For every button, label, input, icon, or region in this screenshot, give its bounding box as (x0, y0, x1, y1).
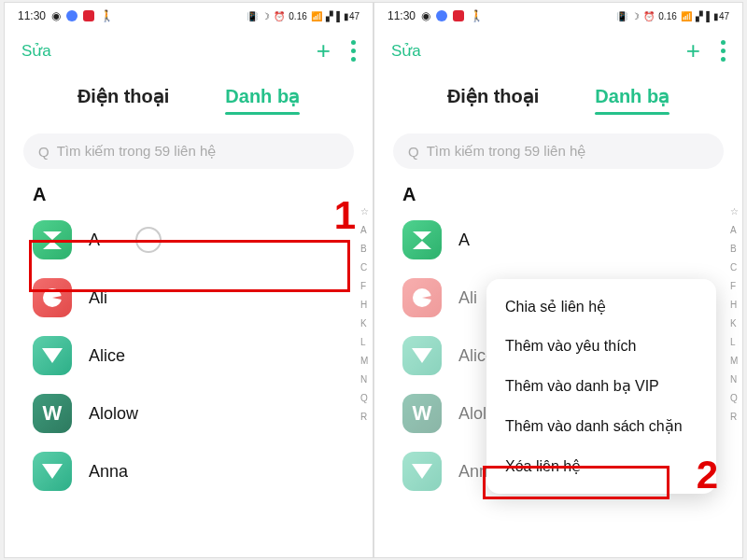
wifi-icon: 📶 (311, 11, 322, 21)
menu-item-delete[interactable]: Xóa liên hệ (486, 446, 716, 486)
index-letter[interactable]: N (730, 374, 739, 385)
alpha-index[interactable]: ☆ A B C F H K L M N Q R (360, 206, 369, 422)
contact-row[interactable]: Anna (5, 442, 373, 500)
index-letter[interactable]: C (730, 262, 739, 273)
tab-bar: Điện thoại Danh bạ (5, 68, 373, 120)
index-letter[interactable]: C (360, 262, 369, 273)
header: Sửa + (374, 29, 742, 68)
contact-avatar (33, 452, 72, 491)
accessibility-icon: 🚶 (100, 9, 114, 22)
status-app-icon: ◉ (421, 9, 430, 22)
status-time: 11:30 (18, 9, 46, 22)
more-menu-button[interactable] (351, 40, 356, 62)
context-menu: Chia sẻ liên hệ Thêm vào yêu thích Thêm … (486, 279, 716, 494)
index-letter[interactable]: K (730, 318, 739, 329)
menu-item-favorite[interactable]: Thêm vào yêu thích (486, 327, 716, 366)
tab-phone[interactable]: Điện thoại (447, 85, 539, 113)
search-icon: Q (408, 144, 419, 160)
index-letter[interactable]: L (360, 337, 369, 347)
net-speed: 0.16 (289, 11, 306, 21)
status-app-icon (66, 10, 78, 21)
vibrate-icon: 📳 (616, 11, 627, 21)
index-letter[interactable]: H (360, 300, 369, 310)
status-bar: 11:30 ◉ 🚶 📳 ☽ ⏰ 0.16 📶 ▞▐ ▮47 (5, 3, 373, 29)
contact-name: Anna (89, 462, 128, 482)
contact-name: A (89, 231, 100, 250)
battery-icon: ▮47 (344, 11, 359, 21)
contact-name: A (458, 231, 470, 250)
contact-avatar (33, 220, 72, 259)
search-placeholder: Tìm kiếm trong 59 liên hệ (427, 143, 586, 160)
index-letter[interactable]: B (730, 244, 739, 254)
add-contact-button[interactable]: + (686, 38, 700, 63)
status-app-icon (436, 10, 447, 21)
index-letter[interactable]: R (360, 412, 369, 422)
menu-item-share[interactable]: Chia sẻ liên hệ (486, 287, 716, 327)
index-letter[interactable]: H (730, 300, 739, 310)
index-letter[interactable]: B (360, 244, 369, 254)
add-contact-button[interactable]: + (317, 38, 331, 63)
contact-avatar (402, 278, 442, 317)
contact-avatar (402, 394, 442, 433)
status-bar: 11:30 ◉ 🚶 📳 ☽ ⏰ 0.16 📶 ▞▐ ▮47 (374, 3, 742, 29)
phone-frame-1: 11:30 ◉ 🚶 📳 ☽ ⏰ 0.16 📶 ▞▐ ▮47 Sửa + (4, 2, 374, 558)
index-letter[interactable]: L (730, 337, 739, 347)
index-letter[interactable]: M (730, 356, 739, 366)
menu-item-vip[interactable]: Thêm vào danh bạ VIP (486, 366, 716, 406)
search-placeholder: Tìm kiếm trong 59 liên hệ (57, 143, 217, 160)
index-letter[interactable]: F (360, 281, 369, 291)
index-letter[interactable]: F (730, 281, 739, 291)
edit-button[interactable]: Sửa (21, 41, 51, 61)
index-letter[interactable]: Q (360, 393, 369, 403)
alpha-index[interactable]: ☆ A B C F H K L M N Q R (730, 206, 739, 422)
index-letter[interactable]: A (360, 225, 369, 235)
contact-row[interactable]: A (5, 211, 373, 269)
accessibility-icon: 🚶 (470, 9, 484, 22)
battery-icon: ▮47 (713, 11, 729, 21)
status-app-icon (83, 10, 94, 21)
section-header-a: A (5, 180, 373, 211)
contact-avatar (33, 336, 72, 375)
search-input[interactable]: Q Tìm kiếm trong 59 liên hệ (393, 133, 724, 169)
dnd-icon: ☽ (261, 11, 270, 21)
index-letter[interactable]: M (360, 356, 369, 366)
dnd-icon: ☽ (631, 11, 640, 21)
signal-icon: ▞▐ (326, 11, 340, 21)
edit-button[interactable]: Sửa (391, 41, 421, 61)
contact-name: Alolow (89, 404, 138, 424)
tab-contacts[interactable]: Danh bạ (225, 85, 300, 113)
index-letter[interactable]: Q (730, 393, 739, 403)
contact-name: Ali (458, 288, 477, 308)
tab-contacts[interactable]: Danh bạ (595, 85, 669, 113)
search-icon: Q (38, 144, 49, 160)
contact-row[interactable]: Alice (5, 327, 373, 385)
contact-avatar (402, 220, 442, 259)
index-letter[interactable]: N (360, 374, 369, 385)
wifi-icon: 📶 (681, 11, 692, 21)
more-menu-button[interactable] (721, 40, 726, 62)
alarm-icon: ⏰ (274, 11, 285, 21)
contact-avatar (402, 452, 442, 491)
signal-icon: ▞▐ (696, 11, 710, 21)
search-input[interactable]: Q Tìm kiếm trong 59 liên hệ (23, 133, 354, 169)
header: Sửa + (5, 29, 373, 68)
contact-row[interactable]: A (374, 211, 742, 269)
longpress-ripple-icon (135, 227, 162, 253)
contact-row[interactable]: Ali (5, 269, 373, 327)
contact-list[interactable]: A Ali Alice Alolow Anna (5, 211, 373, 500)
tab-phone[interactable]: Điện thoại (78, 85, 169, 113)
vibrate-icon: 📳 (247, 11, 258, 21)
section-header-a: A (374, 180, 742, 211)
index-star[interactable]: ☆ (360, 206, 369, 217)
status-app-icon: ◉ (51, 9, 61, 22)
net-speed: 0.16 (658, 11, 676, 21)
index-letter[interactable]: A (730, 225, 739, 235)
contact-row[interactable]: Alolow (5, 385, 373, 442)
index-letter[interactable]: R (730, 412, 739, 422)
alarm-icon: ⏰ (643, 11, 655, 21)
contact-avatar (33, 278, 72, 317)
phone-frame-2: 11:30 ◉ 🚶 📳 ☽ ⏰ 0.16 📶 ▞▐ ▮47 Sửa + (374, 2, 743, 558)
index-letter[interactable]: K (360, 318, 369, 329)
menu-item-block[interactable]: Thêm vào danh sách chặn (486, 406, 716, 446)
index-star[interactable]: ☆ (730, 206, 739, 217)
